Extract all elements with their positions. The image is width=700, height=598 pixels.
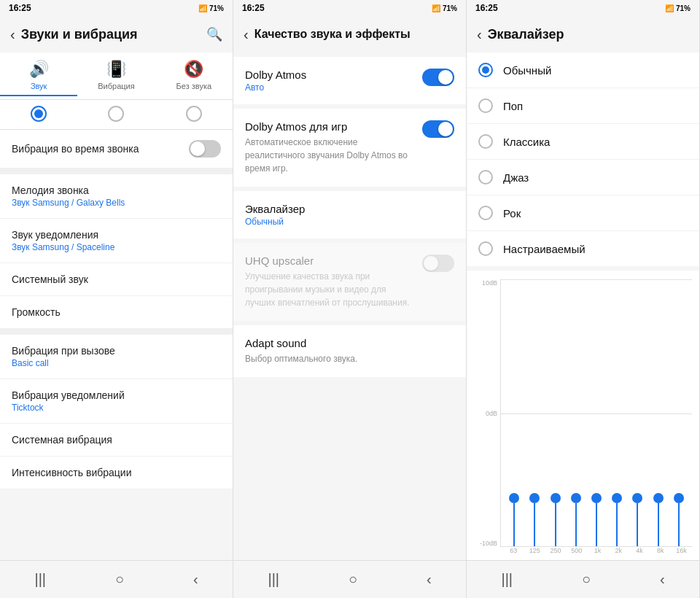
eq-bar-4[interactable] (591, 493, 602, 547)
dolby-atmos-card[interactable]: Dolby Atmos Авто (233, 57, 466, 104)
search-icon-1[interactable]: 🔍 (206, 26, 222, 42)
list-item-volume[interactable]: Громкость (0, 296, 233, 329)
wifi-icon-1: 📶 (198, 4, 207, 12)
eq-stem-8 (678, 503, 680, 547)
eq-label-rock: Рок (503, 207, 521, 220)
eq-label-classic: Классика (503, 136, 550, 148)
nav-back-2[interactable]: ‹ (412, 568, 446, 591)
eq-label-custom: Настраиваемый (503, 243, 586, 255)
top-bar-3: ‹ Эквалайзер (467, 16, 699, 53)
list-item-vib-intensity[interactable]: Интенсивность вибрации (0, 457, 233, 489)
vibration-ring-toggle[interactable] (189, 140, 221, 158)
eq-label-0db: 0dB (486, 410, 497, 417)
eq-bar-7[interactable] (653, 493, 664, 547)
radio-sound-circle[interactable] (31, 106, 47, 122)
vib-call-sub: Basic call (12, 358, 49, 368)
dolby-games-card[interactable]: Dolby Atmos для игр Автоматическое включ… (233, 109, 466, 187)
list-item-vibration-ring[interactable]: Вибрация во время звонка (0, 130, 233, 168)
eq-radio-custom[interactable] (478, 241, 493, 256)
status-bar-3: 16:25 📶 71% (467, 0, 699, 16)
nav-home-1[interactable]: ○ (101, 568, 139, 591)
sound-tab-icon: 🔊 (29, 60, 49, 79)
eq-option-pop[interactable]: Поп (467, 88, 699, 124)
freq-8k: 8k (653, 547, 668, 554)
radio-silent-circle[interactable] (186, 106, 202, 122)
eq-bar-0[interactable] (509, 493, 519, 547)
separator-2 (0, 329, 233, 335)
list-item-vib-call[interactable]: Вибрация при вызове Basic call (0, 335, 233, 379)
eq-radio-rock[interactable] (478, 206, 493, 220)
panel-sound-quality: 16:25 📶 71% ‹ Качество звука и эффекты D… (233, 0, 467, 598)
eq-y-axis: 10dB 0dB -10dB (474, 279, 500, 547)
eq-option-classic[interactable]: Классика (467, 124, 699, 160)
radio-vibration[interactable] (77, 106, 155, 122)
sound-quality-list: Dolby Atmos Авто Dolby Atmos для игр Авт… (233, 53, 466, 560)
eq-freq-inner: 63 125 250 500 1k 2k 4k 8k 16k (503, 547, 692, 554)
nav-home-2[interactable]: ○ (334, 568, 372, 591)
nav-menu-3[interactable]: ||| (486, 568, 527, 591)
list-item-notif-sound[interactable]: Звук уведомления Звук Samsung / Spacelin… (0, 219, 233, 263)
dolby-atmos-toggle[interactable] (422, 69, 454, 86)
dolby-games-title: Dolby Atmos для игр (245, 120, 413, 133)
adapt-sound-title: Adapt sound (245, 337, 454, 349)
adapt-sound-card[interactable]: Adapt sound Выбор оптимального звука. (233, 325, 466, 377)
equalizer-title: Эквалайзер (245, 203, 454, 215)
nav-back-3[interactable]: ‹ (645, 568, 680, 591)
eq-dot-0 (509, 493, 519, 503)
dolby-atmos-row: Dolby Atmos Авто (245, 69, 454, 93)
vibration-tab-icon: 📳 (106, 60, 126, 79)
freq-1k: 1k (590, 547, 604, 554)
list-item-vib-notif[interactable]: Вибрация уведомлений Ticktock (0, 379, 233, 424)
time-2: 16:25 (242, 3, 265, 13)
eq-dot-7 (653, 493, 664, 503)
eq-bar-5[interactable] (612, 493, 622, 547)
eq-option-rock[interactable]: Рок (467, 195, 699, 231)
eq-bar-3[interactable] (571, 493, 581, 547)
tab-vibration[interactable]: 📳 Вибрация (77, 60, 155, 96)
eq-bar-6[interactable] (632, 493, 642, 547)
list-item-sys-vib[interactable]: Системная вибрация (0, 424, 233, 457)
radio-sound[interactable] (0, 106, 77, 122)
eq-bar-8[interactable] (674, 493, 684, 547)
eq-bar-2[interactable] (551, 493, 561, 547)
status-icons-3: 📶 71% (665, 4, 691, 12)
radio-silent[interactable] (155, 106, 233, 122)
eq-radio-jazz[interactable] (478, 170, 493, 185)
nav-menu-1[interactable]: ||| (20, 568, 61, 591)
eq-option-custom[interactable]: Настраиваемый (467, 231, 699, 266)
tab-silent[interactable]: 🔇 Без звука (155, 60, 233, 96)
battery-1: 71% (209, 4, 224, 12)
page-title-3: Эквалайзер (488, 27, 689, 42)
nav-home-3[interactable]: ○ (567, 568, 605, 591)
eq-bar-1[interactable] (529, 493, 540, 547)
bottom-nav-1: ||| ○ ‹ (0, 560, 233, 598)
eq-option-jazz[interactable]: Джаз (467, 160, 699, 195)
freq-16k: 16k (674, 547, 689, 554)
back-button-2[interactable]: ‹ (244, 26, 249, 43)
dolby-atmos-sub: Авто (245, 82, 306, 93)
silent-tab-icon: 🔇 (184, 60, 203, 79)
eq-radio-pop[interactable] (478, 98, 493, 113)
nav-back-1[interactable]: ‹ (179, 568, 213, 591)
dolby-atmos-title: Dolby Atmos (245, 69, 306, 81)
list-item-system-sound[interactable]: Системный звук (0, 263, 233, 296)
vibration-tab-label: Вибрация (98, 82, 134, 90)
sys-vib-label: Системная вибрация (12, 434, 112, 446)
eq-radio-normal[interactable] (478, 63, 493, 77)
radio-vibration-circle[interactable] (108, 106, 124, 122)
dolby-games-info: Dolby Atmos для игр Автоматическое включ… (245, 120, 422, 175)
eq-stem-4 (596, 503, 597, 547)
eq-radio-classic[interactable] (478, 134, 493, 149)
nav-menu-2[interactable]: ||| (253, 568, 294, 591)
equalizer-card[interactable]: Эквалайзер Обычный (233, 191, 466, 238)
status-bar-2: 16:25 📶 71% (233, 0, 466, 16)
sound-tabs: 🔊 Звук 📳 Вибрация 🔇 Без звука (0, 53, 233, 100)
freq-125: 125 (527, 547, 542, 554)
tab-sound[interactable]: 🔊 Звук (0, 60, 77, 96)
list-item-ringtone[interactable]: Мелодия звонка Звук Samsung / Galaxy Bel… (0, 174, 233, 219)
back-button-3[interactable]: ‹ (477, 26, 482, 43)
dolby-games-toggle[interactable] (422, 120, 454, 138)
back-button-1[interactable]: ‹ (10, 26, 15, 43)
eq-option-normal[interactable]: Обычный (467, 53, 699, 88)
freq-500: 500 (569, 547, 584, 554)
